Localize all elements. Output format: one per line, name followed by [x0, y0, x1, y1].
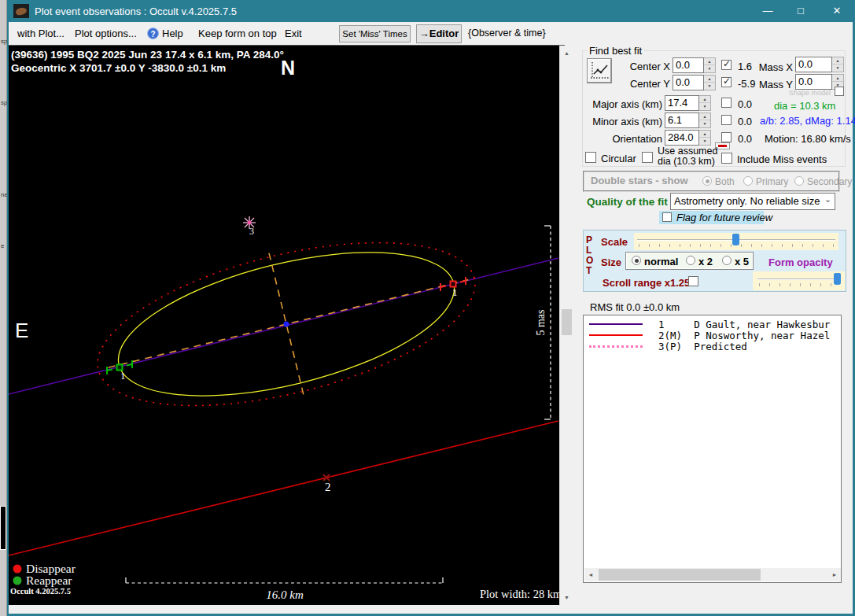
- quality-label: Quality of the fit: [587, 196, 668, 208]
- center-x-fit-checkbox[interactable]: [721, 60, 732, 70]
- plot-vertical-scrollbar[interactable]: ▲ ▼: [559, 46, 573, 606]
- minor-axis-input[interactable]: 6.1: [665, 113, 699, 128]
- menu-plot-options[interactable]: Plot options...: [75, 28, 137, 39]
- form-opacity-slider[interactable]: [753, 271, 845, 290]
- orientation-fit-value: 0.0: [738, 133, 752, 145]
- observation-line-sample: [589, 334, 643, 336]
- plot-header-line2: Geocentric X 3701.7 ±0.0 Y -3830.0 ±0.1 …: [11, 62, 226, 74]
- horizontal-scroll-thumb[interactable]: [599, 569, 761, 581]
- reappear-legend-label: Reappear: [26, 574, 72, 587]
- observations-hscrollbar[interactable]: ◄ ►: [584, 568, 841, 581]
- shape-model-label: Shape model: [789, 89, 831, 97]
- scale-slider[interactable]: [634, 233, 838, 250]
- plot-area[interactable]: (39636) 1995 BQ2 2025 Jun 23 17.4 x 6.1 …: [9, 46, 559, 605]
- mass-y-label: Mass Y: [752, 79, 793, 90]
- background-text-fragment: e: [1, 242, 4, 249]
- orientation-fit-checkbox[interactable]: [721, 132, 732, 142]
- mass-x-input[interactable]: 0.0: [795, 57, 832, 72]
- observation-row[interactable]: 2(M) P Nosworthy, near Hazel: [584, 330, 841, 341]
- quality-select[interactable]: Astrometry only. No reliable size⌄: [670, 193, 835, 210]
- size-x5-label: x 5: [735, 256, 749, 267]
- menu-help[interactable]: Help: [162, 28, 183, 39]
- mass-x-spinner[interactable]: ▲▼: [832, 57, 844, 72]
- circular-checkbox[interactable]: [585, 152, 596, 163]
- observation-text: 3(P) Predicted: [658, 341, 747, 352]
- center-x-label: Center X: [599, 61, 670, 72]
- observation-line-sample: [589, 323, 643, 325]
- diameter-text: dia = 10.3 km: [774, 100, 835, 112]
- scroll-range-checkbox[interactable]: [688, 276, 698, 286]
- flag-review-checkbox[interactable]: [662, 212, 672, 222]
- window-title: Plot event observations : Occult v.4.202…: [35, 6, 237, 17]
- scale-bar-label: 16.0 km: [266, 588, 304, 601]
- major-axis-fit-checkbox[interactable]: [721, 98, 732, 108]
- menu-keep-form-on-top[interactable]: Keep form on top: [198, 28, 277, 39]
- observations-listbox[interactable]: 1 D Gault, near Hawkesbur2(M) P Nosworth…: [583, 315, 842, 583]
- center-x-fit-value: 1.6: [738, 61, 752, 72]
- form-opacity-slider-thumb[interactable]: [834, 273, 841, 285]
- scroll-up-icon[interactable]: ▲: [560, 47, 573, 60]
- major-axis-input[interactable]: 17.4: [665, 95, 699, 111]
- chevron-down-icon: ⌄: [824, 194, 831, 205]
- observation-row[interactable]: 1 D Gault, near Hawkesbur: [584, 319, 841, 330]
- chord-line-2[interactable]: [9, 421, 558, 555]
- close-button[interactable]: ✕: [820, 0, 853, 22]
- size-x2-radio[interactable]: [686, 256, 695, 265]
- help-icon[interactable]: ?: [147, 28, 159, 39]
- center-x-spinner[interactable]: ▲▼: [704, 57, 716, 73]
- scroll-right-icon[interactable]: ►: [828, 568, 841, 581]
- plot-letter-t: T: [586, 265, 591, 276]
- center-y-input[interactable]: 0.0: [673, 75, 704, 90]
- include-miss-events-label: Include Miss events: [737, 153, 827, 165]
- observation-line-sample: [589, 345, 643, 348]
- minor-axis-spinner[interactable]: ▲▼: [699, 113, 711, 128]
- reappear-legend-dot: [13, 577, 22, 585]
- star-number-label: 3: [249, 226, 254, 237]
- major-axis-spinner[interactable]: ▲▼: [699, 95, 711, 111]
- plot-header-line1: (39636) 1995 BQ2 2025 Jun 23 17.4 x 6.1 …: [11, 49, 284, 61]
- menu-exit[interactable]: Exit: [285, 28, 302, 39]
- observation-row[interactable]: 3(P) Predicted: [584, 341, 841, 352]
- orientation-spinner[interactable]: ▲▼: [699, 130, 711, 146]
- maximize-button[interactable]: □: [784, 0, 817, 22]
- observer-time-label: {Observer & time}: [468, 28, 546, 39]
- chord-line-1[interactable]: [9, 258, 558, 394]
- title-bar[interactable]: Plot event observations : Occult v.4.202…: [7, 0, 855, 22]
- app-icon: [13, 4, 29, 18]
- major-axis-label: Major axis (km): [591, 98, 662, 110]
- orientation-input[interactable]: 284.0: [665, 130, 699, 146]
- include-miss-events-checkbox[interactable]: [721, 153, 732, 164]
- size-x5-radio[interactable]: [722, 256, 732, 265]
- scroll-left-icon[interactable]: ◄: [584, 568, 597, 581]
- scroll-down-icon[interactable]: ▼: [560, 592, 573, 604]
- circular-label: Circular: [601, 153, 636, 164]
- double-stars-primary-radio[interactable]: [743, 176, 753, 186]
- size-normal-label: normal: [644, 256, 678, 267]
- vertical-scale-label: 5 mas: [535, 309, 547, 335]
- plot-width-label: Plot width: 28 km: [480, 588, 559, 600]
- background-thumbnail: [0, 506, 6, 550]
- double-stars-both-radio[interactable]: [702, 176, 712, 186]
- set-miss-times-button[interactable]: Set 'Miss' Times: [339, 25, 411, 42]
- menu-bar: with Plot... Plot options... ? Help Keep…: [9, 22, 853, 46]
- scale-slider-thumb[interactable]: [732, 234, 739, 245]
- size-normal-radio[interactable]: [632, 256, 641, 265]
- center-x-input[interactable]: 0.0: [673, 57, 704, 73]
- asteroid-ellipse-group: [81, 207, 492, 441]
- rms-fit-label: RMS fit 0.0 ±0.0 km: [590, 301, 680, 313]
- find-best-fit-label: Find best fit: [587, 45, 644, 57]
- minor-axis-fit-checkbox[interactable]: [721, 115, 732, 125]
- east-label: E: [15, 319, 28, 342]
- shape-model-checkbox[interactable]: [835, 87, 844, 96]
- menu-with-plot[interactable]: with Plot...: [17, 28, 64, 39]
- plot-canvas[interactable]: (39636) 1995 BQ2 2025 Jun 23 17.4 x 6.1 …: [9, 46, 559, 605]
- editor-button[interactable]: →Editor: [416, 24, 462, 43]
- center-y-fit-checkbox[interactable]: [721, 77, 732, 87]
- scale-label: Scale: [601, 236, 628, 248]
- minimize-button[interactable]: —: [751, 0, 784, 22]
- double-stars-secondary-radio[interactable]: [794, 176, 804, 186]
- mass-y-input[interactable]: 0.0: [795, 74, 832, 90]
- vertical-scroll-thumb[interactable]: [562, 309, 572, 335]
- use-assumed-dia-checkbox[interactable]: [642, 152, 653, 163]
- center-y-spinner[interactable]: ▲▼: [704, 75, 716, 90]
